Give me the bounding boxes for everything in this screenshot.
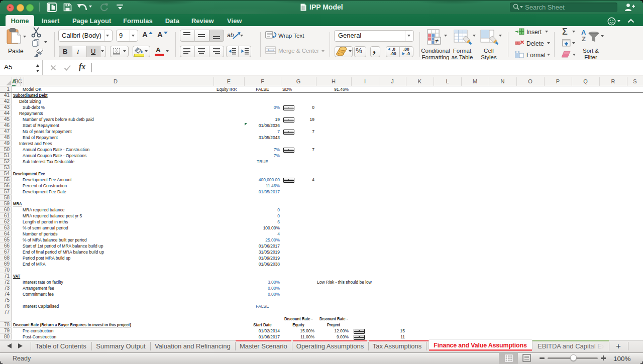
- svg-text:≠: ≠: [436, 38, 439, 45]
